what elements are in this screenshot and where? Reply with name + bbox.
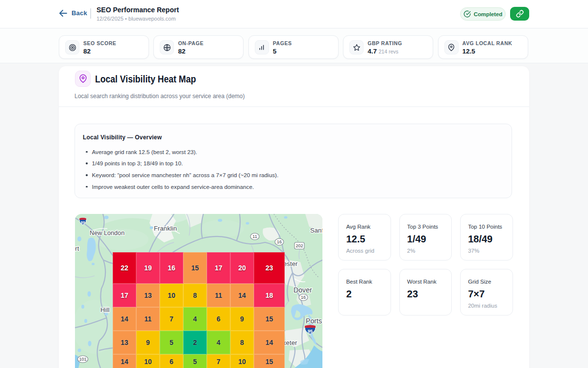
svg-text:16: 16 [277, 239, 282, 244]
svg-text:New London: New London [90, 230, 124, 237]
svg-text:11: 11 [252, 234, 257, 239]
svg-text:Sanf: Sanf [310, 227, 322, 234]
svg-text:xeter: xeter [283, 339, 297, 346]
svg-text:202: 202 [295, 243, 303, 248]
svg-text:16: 16 [301, 295, 306, 300]
svg-text:101: 101 [79, 357, 86, 362]
svg-text:Hill: Hill [100, 306, 109, 314]
svg-text:Franklin: Franklin [154, 225, 177, 232]
svg-text:Dover: Dover [294, 286, 312, 294]
svg-text:ester: ester [283, 260, 298, 267]
svg-text:ort: ort [75, 245, 79, 252]
svg-text:89: 89 [80, 220, 85, 225]
svg-text:Ports: Ports [306, 317, 322, 325]
svg-text:95: 95 [308, 329, 313, 334]
